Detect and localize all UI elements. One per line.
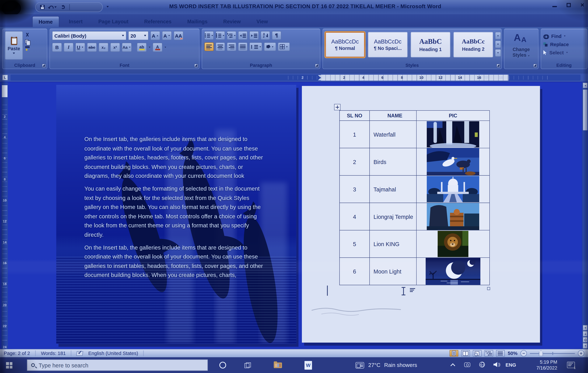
tab-selector[interactable]: L: [2, 75, 8, 80]
office-button[interactable]: [1, 1, 21, 16]
weather-widget[interactable]: 27°C Rain showers: [368, 361, 417, 369]
paragraph[interactable]: You can easily change the formatting of …: [84, 184, 264, 240]
font-dialog-launcher[interactable]: [194, 64, 198, 68]
notification-center-icon[interactable]: 1: [567, 362, 575, 368]
font-color-button[interactable]: A: [153, 43, 162, 52]
font-family-combo[interactable]: Calibri (Body): [52, 31, 126, 40]
paragraph[interactable]: On the Insert tab, the galleries include…: [84, 135, 264, 181]
superscript-button[interactable]: x²: [110, 43, 120, 52]
zoom-slider-thumb[interactable]: [539, 350, 543, 356]
search-input[interactable]: [39, 362, 204, 368]
vertical-scrollbar[interactable]: [582, 82, 588, 349]
numbering-button[interactable]: [216, 31, 225, 40]
language-indicator[interactable]: English (United States): [88, 351, 138, 356]
col-header-pic[interactable]: PIC: [416, 110, 490, 121]
undo-icon[interactable]: [49, 6, 53, 9]
birds-pic[interactable]: [427, 148, 479, 176]
align-right-button[interactable]: [227, 42, 236, 51]
decrease-indent-button[interactable]: [238, 31, 247, 40]
tab-insert[interactable]: Insert: [63, 16, 89, 27]
undo-caret-icon[interactable]: [54, 6, 57, 8]
tab-review[interactable]: Review: [217, 16, 247, 27]
next-page-button[interactable]: [583, 343, 588, 349]
style-heading1[interactable]: AaBbC Heading 1: [411, 32, 450, 57]
cell-name[interactable]: Moon Light: [370, 258, 417, 285]
camera-icon[interactable]: [464, 362, 470, 367]
page-indicator[interactable]: Page: 2 of 2: [4, 351, 30, 356]
web-layout-view-button[interactable]: [473, 350, 482, 357]
zoom-slider-track[interactable]: [530, 353, 575, 354]
previous-page-button[interactable]: [583, 331, 588, 337]
page-1[interactable]: On the Insert tab, the galleries include…: [56, 85, 296, 344]
styles-more-button[interactable]: [495, 49, 501, 57]
clear-formatting-button[interactable]: AA: [174, 31, 183, 40]
spellcheck-icon[interactable]: ✓: [76, 351, 83, 355]
cell-name[interactable]: Birds: [370, 148, 417, 176]
fullscreen-reading-view-button[interactable]: [461, 350, 470, 357]
cortana-icon[interactable]: [219, 362, 226, 368]
style-no-spacing[interactable]: AaBbCcDc ¶ No Spaci...: [368, 32, 408, 57]
highlight-button[interactable]: ab: [137, 43, 147, 52]
tab-references[interactable]: References: [138, 16, 178, 27]
redo-icon[interactable]: [61, 5, 65, 9]
select-browse-object-button[interactable]: [583, 337, 588, 343]
underline-button[interactable]: U: [75, 43, 85, 52]
cut-icon[interactable]: [25, 33, 30, 37]
strikethrough-button[interactable]: abc: [87, 43, 97, 52]
align-center-button[interactable]: [216, 42, 225, 51]
cell-slno[interactable]: 4: [340, 203, 370, 230]
subscript-button[interactable]: x₂: [99, 43, 108, 52]
taskbar-search[interactable]: [27, 360, 208, 371]
change-case-button[interactable]: Aa: [122, 43, 132, 52]
table-resize-handle[interactable]: [487, 287, 490, 290]
zoom-level[interactable]: 50%: [508, 351, 518, 356]
format-painter-icon[interactable]: [25, 46, 30, 51]
bullets-button[interactable]: [204, 31, 214, 40]
zoom-out-button[interactable]: −: [521, 350, 527, 357]
styles-scroll-up[interactable]: [495, 32, 501, 39]
multilevel-list-button[interactable]: [227, 31, 236, 40]
cell-slno[interactable]: 3: [340, 176, 370, 203]
select-button[interactable]: Select: [543, 48, 585, 57]
paste-caret-icon[interactable]: [13, 53, 15, 54]
print-layout-view-button[interactable]: [450, 350, 458, 357]
sort-button[interactable]: AZ: [261, 31, 270, 40]
tray-expand-icon[interactable]: [450, 363, 455, 368]
word-taskbar-icon[interactable]: W: [304, 361, 312, 370]
task-view-icon[interactable]: [244, 362, 251, 368]
taskbar-clock[interactable]: 5:19 PM 7/16/2022: [524, 359, 557, 371]
borders-button[interactable]: [278, 42, 290, 51]
replace-button[interactable]: Replace: [543, 40, 585, 48]
styles-scroll-down[interactable]: [495, 41, 501, 48]
shading-button[interactable]: [264, 42, 276, 51]
find-button[interactable]: Find: [543, 32, 585, 40]
col-header-name[interactable]: NAME: [370, 110, 417, 121]
tab-mailings[interactable]: Mailings: [181, 16, 214, 27]
change-styles-icon[interactable]: A A: [513, 32, 530, 47]
cell-slno[interactable]: 6: [340, 258, 370, 285]
left-margin-marker[interactable]: [318, 75, 322, 80]
highlight-caret-icon[interactable]: [149, 47, 150, 48]
style-heading2[interactable]: AaBbCc Heading 2: [453, 32, 493, 57]
paragraph[interactable]: On the Insert tab, the galleries include…: [84, 243, 264, 280]
cell-slno[interactable]: 2: [340, 148, 370, 176]
maximize-button[interactable]: [567, 3, 571, 7]
bold-button[interactable]: B: [52, 43, 62, 52]
scroll-up-button[interactable]: [583, 83, 588, 88]
shrink-font-button[interactable]: A: [162, 31, 172, 40]
increase-indent-button[interactable]: [249, 31, 259, 40]
grow-font-button[interactable]: A: [150, 31, 160, 40]
italic-button[interactable]: I: [64, 43, 74, 52]
tajmahal-pic[interactable]: [427, 176, 479, 202]
minimize-button[interactable]: [552, 6, 557, 7]
show-hide-pilcrow-button[interactable]: ¶: [272, 31, 281, 40]
word-count[interactable]: Words: 181: [41, 351, 66, 356]
font-size-combo[interactable]: 20: [128, 31, 148, 40]
tab-view[interactable]: View: [251, 16, 274, 27]
cell-slno[interactable]: 5: [340, 230, 370, 258]
file-explorer-icon[interactable]: [274, 362, 282, 368]
align-left-button[interactable]: [204, 42, 214, 51]
news-widget-icon[interactable]: [356, 362, 364, 369]
paste-button[interactable]: Paste: [5, 31, 23, 60]
speaker-icon[interactable]: [494, 362, 497, 367]
